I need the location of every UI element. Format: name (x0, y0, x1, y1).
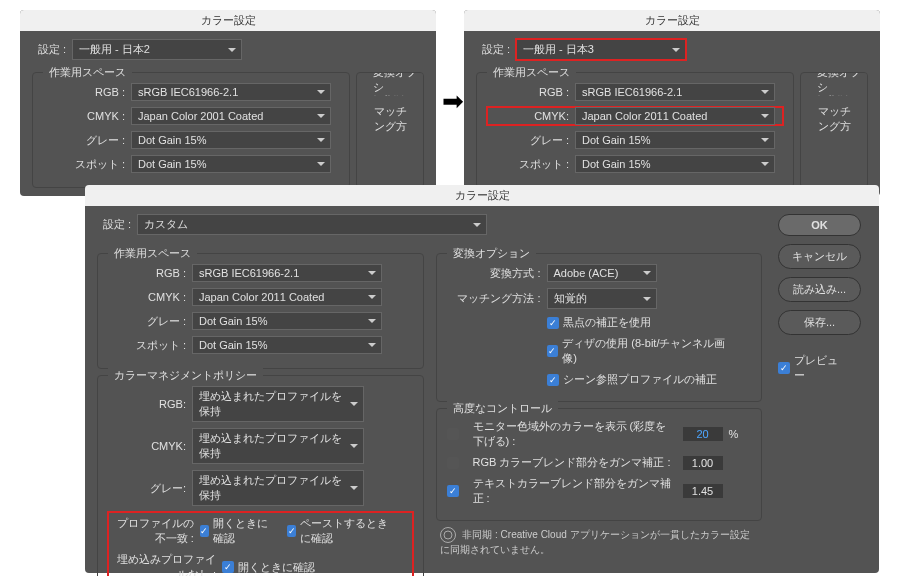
mismatch-paste-checkbox[interactable]: ✓ペーストするときに確認 (287, 516, 395, 546)
missing-open-checkbox[interactable]: ✓開くときに確認 (222, 560, 315, 575)
policy-title: カラーマネジメントポリシー (108, 368, 263, 383)
gray-label: グレー : (108, 314, 192, 329)
gray-dropdown[interactable]: Dot Gain 15% (131, 131, 331, 149)
adv-textgamma-checkbox[interactable]: ✓ (447, 485, 459, 497)
color-settings-panel-before: カラー設定 設定 : 一般用 - 日本2 作業用スペース RGB :sRGB I… (20, 10, 436, 196)
adv-desat-checkbox[interactable]: ✓ (447, 428, 459, 440)
adv-desat-unit: % (723, 428, 739, 440)
policy-cmyk-label: CMYK: (108, 440, 192, 452)
adv-rgbgamma-value[interactable]: 1.00 (683, 456, 723, 470)
matching-label: マッチング方法 : (447, 291, 547, 306)
matching-label: マッチング方 (367, 104, 413, 134)
dialog-title: カラー設定 (85, 185, 879, 206)
conv-chk-dither[interactable]: ✓ディザの使用 (8-bit/チャンネル画像) (547, 336, 738, 366)
policy-gray-label: グレー: (108, 481, 192, 496)
policy-rgb-label: RGB: (108, 398, 192, 410)
adv-desat-value[interactable]: 20 (683, 427, 723, 441)
adv-rgbgamma-label: RGB カラーブレンド部分をガンマ補正 : (473, 455, 683, 470)
rgb-label: RGB : (43, 86, 131, 98)
setting-dropdown[interactable]: カスタム (137, 214, 487, 235)
cmyk-dropdown[interactable]: Japan Color 2011 Coated (192, 288, 382, 306)
gray-dropdown[interactable]: Dot Gain 15% (575, 131, 775, 149)
spot-dropdown[interactable]: Dot Gain 15% (192, 336, 382, 354)
dialog-title: カラー設定 (20, 10, 436, 31)
arrow-icon: ➡ (442, 86, 464, 117)
matching-dropdown[interactable]: 知覚的 (547, 288, 657, 309)
workspace-title: 作業用スペース (43, 65, 132, 80)
adv-rgbgamma-checkbox[interactable]: ✓ (447, 457, 459, 469)
dialog-title: カラー設定 (464, 10, 880, 31)
spot-label: スポット : (43, 157, 131, 172)
convert-title: 変換オプシ (367, 72, 423, 95)
gray-label: グレー : (43, 133, 131, 148)
load-button[interactable]: 読み込み... (778, 277, 861, 302)
cmyk-label: CMYK : (108, 291, 192, 303)
conv-mode-dropdown[interactable]: Adobe (ACE) (547, 264, 657, 282)
setting-dropdown[interactable]: 一般用 - 日本3 (516, 39, 686, 60)
color-settings-panel-after: カラー設定 設定 : 一般用 - 日本3 作業用スペース RGB :sRGB I… (464, 10, 880, 196)
setting-dropdown[interactable]: 一般用 - 日本2 (72, 39, 242, 60)
spot-label: スポット : (487, 157, 575, 172)
cmyk-dropdown[interactable]: Japan Color 2011 Coated (575, 107, 775, 125)
color-settings-dialog: カラー設定 設定 : カスタム 作業用スペース RGB :sRGB IEC619… (85, 185, 879, 573)
sync-status: 非同期 : Creative Cloud アプリケーションが一貫したカラー設定に… (440, 529, 750, 555)
adv-desat-label: モニター色域外のカラーを表示 (彩度を下げる) : (473, 419, 683, 449)
gray-dropdown[interactable]: Dot Gain 15% (192, 312, 382, 330)
rgb-label: RGB : (487, 86, 575, 98)
rgb-dropdown[interactable]: sRGB IEC61966-2.1 (192, 264, 382, 282)
policy-rgb-dropdown[interactable]: 埋め込まれたプロファイルを保持 (192, 386, 364, 422)
missing-label: 埋め込みプロファイルなし : (112, 552, 222, 576)
conv-mode-label: 変換方式 : (447, 266, 547, 281)
rgb-dropdown[interactable]: sRGB IEC61966-2.1 (131, 83, 331, 101)
matching-label: マッチング方 (811, 104, 857, 134)
setting-label: 設定 : (97, 217, 137, 232)
cmyk-dropdown[interactable]: Japan Color 2001 Coated (131, 107, 331, 125)
setting-label: 設定 : (32, 42, 72, 57)
rgb-dropdown[interactable]: sRGB IEC61966-2.1 (575, 83, 775, 101)
mismatch-open-checkbox[interactable]: ✓開くときに確認 (200, 516, 273, 546)
conv-chk-sceneref[interactable]: ✓シーン参照プロファイルの補正 (547, 372, 717, 387)
adv-textgamma-label: テキストカラーブレンド部分をガンマ補正 : (473, 476, 683, 506)
policy-gray-dropdown[interactable]: 埋め込まれたプロファイルを保持 (192, 470, 364, 506)
cancel-button[interactable]: キャンセル (778, 244, 861, 269)
mismatch-label: プロファイルの不一致 : (112, 516, 200, 546)
cmyk-label: CMYK : (43, 110, 131, 122)
convert-title: 変換オプション (447, 246, 536, 261)
spot-label: スポット : (108, 338, 192, 353)
gray-label: グレー : (487, 133, 575, 148)
sync-icon (440, 527, 456, 543)
policy-cmyk-dropdown[interactable]: 埋め込まれたプロファイルを保持 (192, 428, 364, 464)
spot-dropdown[interactable]: Dot Gain 15% (575, 155, 775, 173)
spot-dropdown[interactable]: Dot Gain 15% (131, 155, 331, 173)
setting-label: 設定 : (476, 42, 516, 57)
rgb-label: RGB : (108, 267, 192, 279)
preview-checkbox[interactable]: ✓プレビュー (778, 353, 847, 383)
ok-button[interactable]: OK (778, 214, 861, 236)
workspace-title: 作業用スペース (487, 65, 576, 80)
conv-chk-blackpoint[interactable]: ✓黒点の補正を使用 (547, 315, 651, 330)
workspace-title: 作業用スペース (108, 246, 197, 261)
adv-textgamma-value[interactable]: 1.45 (683, 484, 723, 498)
advanced-title: 高度なコントロール (447, 401, 558, 416)
cmyk-label: CMYK: (487, 110, 575, 122)
convert-title: 変換オプシ (811, 72, 867, 95)
save-button[interactable]: 保存... (778, 310, 861, 335)
